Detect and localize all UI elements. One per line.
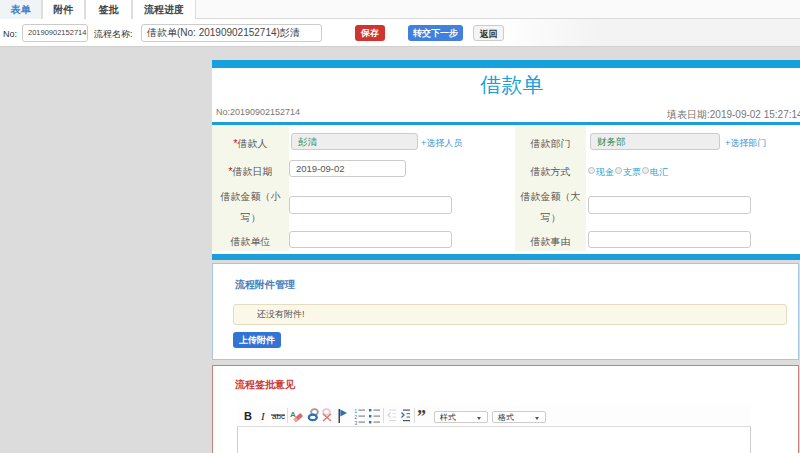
svg-text:2: 2 [355, 415, 358, 420]
svg-text:1: 1 [355, 409, 358, 414]
svg-text:”: ” [417, 407, 426, 427]
svg-text:I: I [260, 410, 266, 422]
svg-text:3: 3 [355, 421, 358, 426]
svg-text:abc: abc [272, 412, 285, 421]
svg-text:B: B [244, 410, 252, 422]
